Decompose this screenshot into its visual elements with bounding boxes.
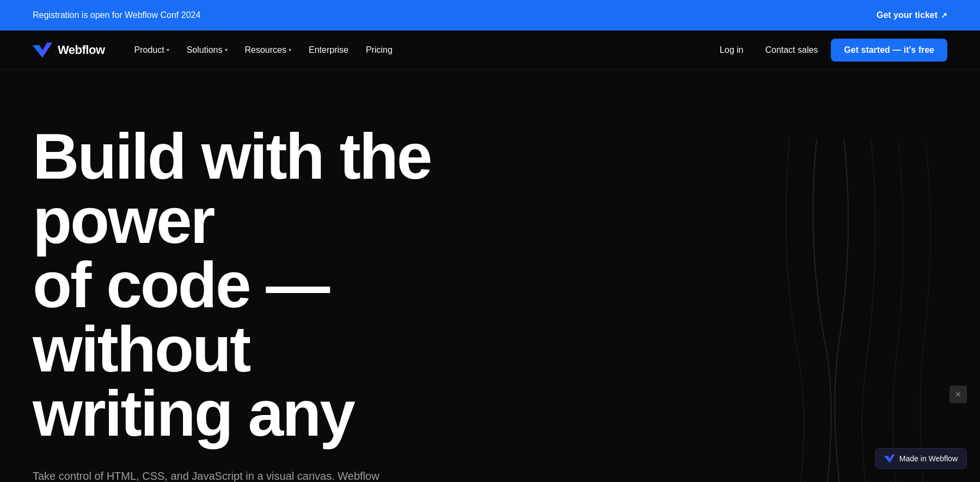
nav-item-solutions-label: Solutions <box>187 45 223 55</box>
announcement-link[interactable]: Get your ticket ↗ <box>877 10 947 20</box>
nav-right: Log in Contact sales Get started — it's … <box>711 39 947 62</box>
nav-left: Webflow Product ▾ Solutions ▾ Resources … <box>33 41 400 59</box>
hero-headline-line1: Build with the power <box>33 120 431 257</box>
announcement-bar: Registration is open for Webflow Conf 20… <box>0 0 980 30</box>
logo[interactable]: Webflow <box>33 42 105 58</box>
made-in-webflow-icon <box>884 454 895 463</box>
nav-item-product[interactable]: Product ▾ <box>127 41 177 59</box>
nav-item-pricing-label: Pricing <box>366 45 393 55</box>
nav-item-enterprise-label: Enterprise <box>309 45 348 55</box>
nav-item-enterprise[interactable]: Enterprise <box>301 41 356 59</box>
login-button[interactable]: Log in <box>711 41 752 59</box>
close-button[interactable]: ✕ <box>950 386 967 403</box>
nav-item-resources[interactable]: Resources ▾ <box>237 41 299 59</box>
nav-item-product-label: Product <box>134 45 164 55</box>
logo-text: Webflow <box>58 43 105 57</box>
hero-content: Build with the power of code — without w… <box>33 124 555 482</box>
announcement-link-arrow: ↗ <box>941 11 947 20</box>
nav-item-pricing[interactable]: Pricing <box>358 41 400 59</box>
announcement-link-text: Get your ticket <box>877 10 938 20</box>
hero-headline: Build with the power of code — without w… <box>33 124 555 446</box>
get-started-button[interactable]: Get started — it's free <box>831 39 947 62</box>
nav-item-resources-label: Resources <box>245 45 286 55</box>
nav-item-solutions-chevron: ▾ <box>225 47 228 53</box>
nav-item-resources-chevron: ▾ <box>289 47 291 53</box>
announcement-text: Registration is open for Webflow Conf 20… <box>33 10 200 20</box>
hero-headline-line3: writing any <box>33 377 354 449</box>
webflow-logo-icon <box>33 42 52 58</box>
nav-item-product-chevron: ▾ <box>167 47 169 53</box>
hero-section: Build with the power of code — without w… <box>0 70 980 482</box>
hero-bg-lines <box>490 70 980 482</box>
hero-headline-line2: of code — without <box>33 249 328 385</box>
made-in-webflow-badge[interactable]: Made in Webflow <box>875 448 967 469</box>
made-in-webflow-text: Made in Webflow <box>899 454 958 463</box>
hero-subtext: Take control of HTML, CSS, and JavaScrip… <box>33 467 403 482</box>
nav-item-solutions[interactable]: Solutions ▾ <box>179 41 235 59</box>
contact-sales-button[interactable]: Contact sales <box>756 41 826 59</box>
nav-items: Product ▾ Solutions ▾ Resources ▾ Enterp… <box>127 41 400 59</box>
navbar: Webflow Product ▾ Solutions ▾ Resources … <box>0 30 980 70</box>
